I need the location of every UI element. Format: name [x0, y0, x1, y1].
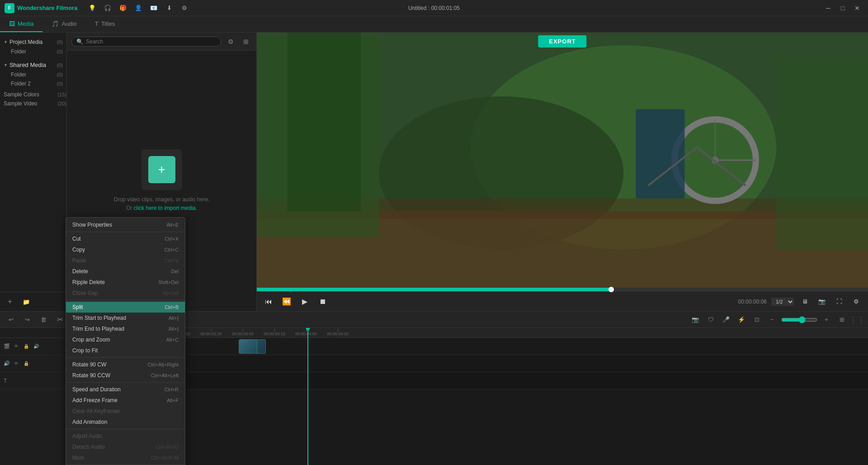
app-name: Wondershare Filmora — [17, 5, 77, 11]
tl-fit-btn[interactable]: ⊞ — [835, 314, 848, 326]
delete-tl-btn[interactable]: 🗑 — [37, 314, 50, 326]
play-btn[interactable]: ▶ — [298, 295, 311, 308]
tab-titles[interactable]: T Titles — [86, 16, 124, 32]
cm-adjust-audio[interactable]: Adjust Audio — [66, 431, 185, 441]
tab-audio[interactable]: 🎵 Audio — [42, 16, 85, 32]
search-input[interactable] — [86, 38, 216, 45]
cm-crop-zoom[interactable]: Crop and Zoom Alt+C — [66, 334, 185, 345]
settings2-btn[interactable]: ⚙ — [850, 295, 863, 308]
timeline-tracks[interactable]: 00:00:01:05 00:00:01:15 00:00:02:00 — [67, 328, 868, 465]
add-media-btn[interactable]: + — [4, 296, 16, 308]
shared-media-section[interactable]: ▼ Shared Media (0) Folder (0) Folder 2 (… — [0, 58, 66, 90]
cm-crop-fit[interactable]: Crop to Fit — [66, 345, 185, 356]
tl-divider-drag[interactable]: ⋮⋮ — [851, 314, 863, 326]
user-icon[interactable]: 👤 — [132, 2, 144, 14]
timeline-handle[interactable] — [609, 287, 614, 292]
audio-lock-btn[interactable]: 🔒 — [23, 360, 30, 367]
folder-add-btn[interactable]: 📁 — [20, 296, 33, 308]
video-audio-btn[interactable]: 🔊 — [33, 343, 40, 350]
mail-icon[interactable]: 📧 — [148, 2, 160, 14]
audio-track-row[interactable] — [67, 355, 868, 372]
audio-eye-btn[interactable]: 👁 — [13, 360, 20, 367]
light-icon[interactable]: 💡 — [86, 2, 98, 14]
svg-rect-14 — [776, 58, 868, 249]
monitor-btn[interactable]: 🖥 — [798, 295, 811, 308]
sample-video-item[interactable]: Sample Video (20) — [0, 99, 66, 108]
split-tl-btn[interactable]: ✂ — [53, 314, 66, 326]
text-track-icon: T — [4, 378, 7, 384]
tl-crop-btn[interactable]: ⊡ — [750, 314, 763, 326]
filter-btn[interactable]: ⚙ — [225, 36, 236, 47]
app-wrapper: F Wondershare Filmora 💡 🎧 🎁 👤 📧 ⬇ ⚙ Unti… — [0, 0, 868, 465]
search-box[interactable]: 🔍 — [71, 37, 221, 47]
sample-colors-count: (15) — [57, 92, 66, 97]
cm-delete[interactable]: Delete Del — [66, 266, 185, 277]
cm-clear-keyframes[interactable]: Clear All Keyframes — [66, 406, 185, 417]
skip-back-btn[interactable]: ⏮ — [262, 295, 275, 308]
redo-btn[interactable]: ↪ — [21, 314, 33, 326]
svg-rect-13 — [288, 33, 361, 211]
tl-minus-zoom[interactable]: − — [766, 314, 778, 326]
cm-rotate-ccw[interactable]: Rotate 90 CCW Ctrl+Alt+Left — [66, 370, 185, 381]
cm-freeze-frame[interactable]: Add Freeze Frame Alt+F — [66, 395, 185, 406]
folder-item-1[interactable]: Folder (0) — [4, 47, 63, 56]
quality-selector[interactable]: 1/2 1/4 Full — [771, 298, 794, 306]
screenshot-btn[interactable]: 📷 — [816, 295, 828, 308]
gift-icon[interactable]: 🎁 — [117, 2, 129, 14]
undo-btn[interactable]: ↩ — [5, 314, 17, 326]
playhead[interactable] — [307, 328, 308, 465]
close-button[interactable]: ✕ — [851, 3, 863, 13]
cm-detach-audio[interactable]: Detach Audio Ctrl+Alt+D — [66, 441, 185, 452]
tl-speed-btn[interactable]: ⚡ — [735, 314, 748, 326]
video-track-row[interactable]: Travel 01... — [67, 338, 868, 355]
cm-split[interactable]: Split Ctrl+B — [66, 302, 185, 313]
search-icon: 🔍 — [76, 38, 83, 45]
frame-back-btn[interactable]: ⏪ — [280, 295, 293, 308]
settings-icon[interactable]: ⚙ — [179, 2, 190, 14]
tl-shield-btn[interactable]: 🛡 — [704, 314, 717, 326]
zoom-slider[interactable] — [781, 316, 817, 323]
minimize-button[interactable]: ─ — [822, 3, 835, 13]
stop-btn[interactable]: ⏹ — [316, 295, 329, 308]
tl-camera-btn[interactable]: 📷 — [689, 314, 702, 326]
project-media-section[interactable]: ▼ Project Media (0) Folder (0) — [0, 35, 66, 58]
cm-close-gap[interactable]: Close Gap Alt+Del — [66, 288, 185, 299]
cm-rotate-cw[interactable]: Rotate 90 CW Ctrl+Alt+Right — [66, 359, 185, 370]
cm-copy[interactable]: Copy Ctrl+C — [66, 244, 185, 255]
video-eye-btn[interactable]: 👁 — [13, 343, 20, 350]
import-link[interactable]: click here to import media. — [134, 205, 197, 211]
cm-add-animation[interactable]: Add Animation — [66, 417, 185, 427]
fullscreen-btn[interactable]: ⛶ — [833, 295, 845, 308]
download-icon[interactable]: ⬇ — [163, 2, 175, 14]
tl-plus-zoom[interactable]: + — [820, 314, 833, 326]
cm-paste[interactable]: Paste Ctrl+V — [66, 255, 185, 266]
titlebar-icons: 💡 🎧 🎁 👤 📧 ⬇ ⚙ — [86, 2, 190, 14]
cm-cut[interactable]: Cut Ctrl+X — [66, 233, 185, 244]
cm-show-properties[interactable]: Show Properties Alt+E — [66, 219, 185, 230]
headphone-icon[interactable]: 🎧 — [102, 2, 113, 14]
cm-trim-start[interactable]: Trim Start to Playhead Alt+[ — [66, 313, 185, 323]
video-frame — [257, 33, 868, 288]
tab-media[interactable]: 🖼 Media — [0, 16, 42, 32]
video-clip-2[interactable] — [239, 339, 266, 354]
folder-1-count: (0) — [57, 49, 63, 54]
cm-mute[interactable]: Mute Ctrl+Shift+M — [66, 452, 185, 463]
cm-ripple-delete[interactable]: Ripple Delete Shift+Del — [66, 277, 185, 288]
sample-colors-item[interactable]: Sample Colors (15) — [0, 90, 66, 99]
maximize-button[interactable]: □ — [836, 3, 849, 13]
cm-speed-duration[interactable]: Speed and Duration Ctrl+R — [66, 384, 185, 395]
shared-folder-label: Folder — [11, 71, 26, 78]
folder-2-item[interactable]: Folder 2 (0) — [4, 79, 63, 88]
text-track-row[interactable] — [67, 372, 868, 389]
tl-mic-btn[interactable]: 🎤 — [720, 314, 732, 326]
app-logo: F Wondershare Filmora — [5, 3, 77, 13]
left-panel-bottom: + 📁 — [0, 292, 66, 311]
video-lock-btn[interactable]: 🔒 — [23, 343, 30, 350]
media-tab-label: Media — [18, 20, 33, 27]
shared-folder-item[interactable]: Folder (0) — [4, 70, 63, 79]
cm-trim-end[interactable]: Trim End to Playhead Alt+] — [66, 323, 185, 334]
export-button[interactable]: EXPORT — [538, 35, 586, 47]
video-progress-bar[interactable] — [257, 288, 868, 291]
video-timecode: 00:00:00:06 — [738, 299, 767, 305]
grid-view-btn[interactable]: ⊞ — [240, 36, 252, 47]
